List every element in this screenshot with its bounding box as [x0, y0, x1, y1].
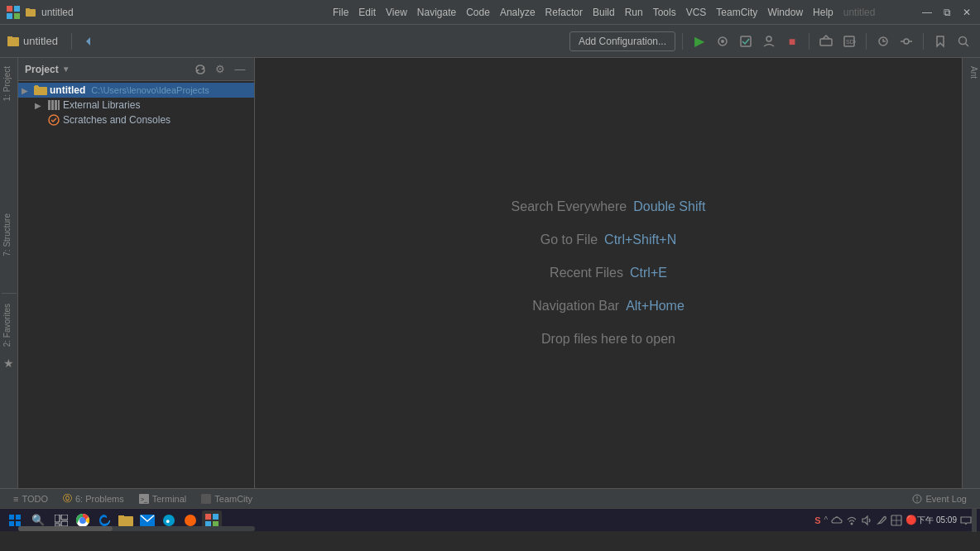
- toolbar-separator-2: [682, 33, 683, 50]
- menu-file[interactable]: File: [328, 5, 353, 20]
- volume-icon[interactable]: [861, 515, 872, 526]
- project-collapse-icon[interactable]: —: [233, 62, 247, 77]
- run-button[interactable]: ▶: [689, 31, 709, 51]
- svg-text:SDK: SDK: [846, 39, 856, 45]
- tab-teamcity[interactable]: TeamCity: [195, 492, 259, 505]
- toolbar: untitled Add Configuration... ▶ ■ SDK: [0, 25, 980, 58]
- pen-icon[interactable]: [876, 515, 887, 526]
- svg-rect-40: [9, 521, 14, 526]
- tree-label-scratches: Scratches and Consoles: [63, 114, 171, 126]
- svg-rect-39: [16, 515, 21, 520]
- menu-project-name: untitled: [838, 5, 881, 20]
- network-icon[interactable]: [891, 515, 902, 526]
- menu-window[interactable]: Window: [762, 5, 808, 20]
- svg-point-20: [959, 36, 967, 44]
- svg-rect-34: [201, 494, 211, 504]
- build-button[interactable]: [816, 31, 836, 51]
- show-desktop-button[interactable]: [972, 509, 977, 532]
- menu-run[interactable]: Run: [620, 5, 648, 20]
- menu-view[interactable]: View: [381, 5, 412, 20]
- taskbar-clock[interactable]: 下午 05:09: [917, 515, 957, 525]
- profile-button[interactable]: [759, 31, 779, 51]
- svg-text:●: ●: [166, 517, 170, 525]
- close-button[interactable]: ✕: [960, 6, 973, 19]
- svg-rect-38: [9, 515, 14, 520]
- folder-icon: [25, 7, 36, 18]
- project-sync-icon[interactable]: [193, 62, 208, 77]
- minimize-button[interactable]: —: [920, 6, 934, 19]
- project-settings-icon[interactable]: ⚙: [213, 62, 228, 77]
- svg-rect-6: [7, 37, 19, 46]
- tree-item-external-libs[interactable]: ▶ External Libraries: [18, 98, 254, 113]
- tree-arrow-untitled: ▶: [22, 86, 31, 95]
- project-dropdown-icon[interactable]: ▼: [62, 65, 70, 74]
- terminal-icon: >_: [139, 494, 149, 504]
- add-configuration-button[interactable]: Add Configuration...: [569, 31, 675, 51]
- svg-rect-2: [7, 13, 12, 19]
- folder-icon-untitled: [34, 84, 47, 96]
- svg-rect-1: [14, 6, 20, 12]
- menu-analyze[interactable]: Analyze: [495, 5, 540, 20]
- menu-navigate[interactable]: Navigate: [412, 5, 461, 20]
- systray-red-s-icon[interactable]: 🔴: [906, 515, 917, 525]
- svg-rect-30: [58, 100, 60, 110]
- sidebar-tab-structure[interactable]: 7: Structure: [1, 208, 17, 261]
- right-sidebar: Ant: [962, 58, 980, 488]
- wifi-icon[interactable]: [846, 515, 858, 526]
- coverage-button[interactable]: [736, 31, 756, 51]
- tab-terminal[interactable]: >_ Terminal: [132, 492, 194, 505]
- hint-label-search: Search Everywhere: [512, 199, 627, 214]
- main-layout: 1: Project 7: Structure 2: Favorites ★ P…: [0, 58, 980, 488]
- svg-line-21: [966, 43, 969, 46]
- menu-code[interactable]: Code: [461, 5, 495, 20]
- stop-button[interactable]: ■: [782, 31, 802, 51]
- svg-rect-29: [55, 100, 57, 110]
- menu-help[interactable]: Help: [808, 5, 838, 20]
- tab-problems[interactable]: ⓪ 6: Problems: [56, 491, 131, 506]
- tree-item-untitled[interactable]: ▶ untitled C:\Users\lenovo\IdeaProjects: [18, 83, 254, 98]
- menu-build[interactable]: Build: [588, 5, 620, 20]
- cloud-icon[interactable]: [831, 515, 843, 526]
- tab-todo[interactable]: ≡ TODO: [7, 492, 55, 505]
- hint-recent-files: Recent Files Ctrl+E: [550, 266, 667, 280]
- svg-rect-43: [61, 515, 68, 520]
- svg-rect-4: [26, 9, 36, 17]
- toolbar-project-label: untitled: [23, 35, 58, 47]
- menu-edit[interactable]: Edit: [353, 5, 381, 20]
- hint-shortcut-recent: Ctrl+E: [630, 266, 667, 280]
- toolbar-separator-3: [809, 33, 809, 50]
- tab-event-log[interactable]: Event Log: [906, 492, 973, 505]
- sdk-button[interactable]: SDK: [839, 31, 859, 51]
- tree-label-untitled: untitled: [50, 84, 85, 96]
- search-everywhere-button[interactable]: [954, 31, 973, 51]
- vcs-commit-button[interactable]: [896, 31, 916, 51]
- vcs-update-button[interactable]: [873, 31, 893, 51]
- sidebar-tab-ant[interactable]: Ant: [963, 61, 980, 84]
- bookmarks-button[interactable]: [930, 31, 950, 51]
- app-icon: [7, 6, 20, 19]
- notification-icon[interactable]: [960, 516, 972, 525]
- sidebar-tab-favorites[interactable]: 2: Favorites: [1, 299, 17, 352]
- restore-button[interactable]: ⧉: [940, 6, 954, 19]
- sidebar-tab-project[interactable]: 1: Project: [1, 61, 17, 106]
- pin-icon[interactable]: ★: [3, 357, 14, 370]
- svg-marker-8: [86, 37, 90, 46]
- menu-teamcity[interactable]: TeamCity: [711, 5, 762, 20]
- svg-rect-54: [205, 514, 211, 520]
- tree-label-external-libs: External Libraries: [63, 99, 140, 111]
- project-panel: Project ▼ ⚙ — ▶ untitled C:\Users\lenovo…: [18, 58, 255, 488]
- tree-arrow-external-libs: ▶: [35, 101, 45, 110]
- project-folder-icon: [7, 35, 20, 48]
- systray-s-icon[interactable]: S: [814, 515, 820, 525]
- menu-vcs[interactable]: VCS: [681, 5, 712, 20]
- systray-caret-icon[interactable]: ^: [824, 515, 828, 525]
- svg-marker-59: [862, 516, 867, 525]
- tree-item-scratches[interactable]: Scratches and Consoles: [18, 113, 254, 127]
- menu-tools[interactable]: Tools: [648, 5, 681, 20]
- navigate-back-btn[interactable]: [79, 31, 98, 51]
- menu-refactor[interactable]: Refactor: [540, 5, 588, 20]
- debug-button[interactable]: [713, 31, 733, 51]
- svg-rect-24: [34, 87, 47, 95]
- app-title: untitled: [41, 7, 74, 18]
- svg-point-58: [851, 522, 853, 525]
